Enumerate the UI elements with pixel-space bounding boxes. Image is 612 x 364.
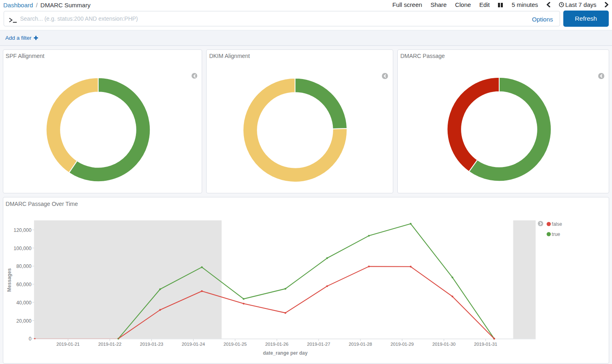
svg-text:20,000: 20,000	[16, 318, 31, 323]
svg-text:date_range per day: date_range per day	[263, 350, 308, 356]
svg-text:2019-01-24: 2019-01-24	[182, 342, 205, 347]
svg-text:2019-01-21: 2019-01-21	[56, 342, 80, 347]
svg-text:2019-01-29: 2019-01-29	[390, 342, 414, 347]
svg-text:0: 0	[29, 336, 32, 342]
svg-text:2019-01-23: 2019-01-23	[140, 342, 163, 347]
svg-text:100,000: 100,000	[14, 246, 32, 251]
svg-text:Messages: Messages	[6, 268, 12, 291]
svg-text:2019-01-30: 2019-01-30	[432, 342, 455, 347]
svg-text:2019-01-27: 2019-01-27	[307, 342, 330, 347]
svg-text:60,000: 60,000	[16, 282, 31, 287]
svg-text:40,000: 40,000	[16, 300, 31, 306]
svg-text:true: true	[552, 231, 560, 237]
svg-text:false: false	[552, 221, 562, 227]
svg-text:120,000: 120,000	[14, 227, 32, 233]
svg-text:2019-01-28: 2019-01-28	[349, 342, 372, 347]
svg-text:80,000: 80,000	[16, 263, 31, 269]
svg-text:2019-01-26: 2019-01-26	[265, 342, 289, 347]
svg-text:2019-01-25: 2019-01-25	[224, 342, 247, 347]
svg-text:2019-01-31: 2019-01-31	[474, 342, 497, 347]
svg-text:2019-01-22: 2019-01-22	[98, 342, 121, 347]
